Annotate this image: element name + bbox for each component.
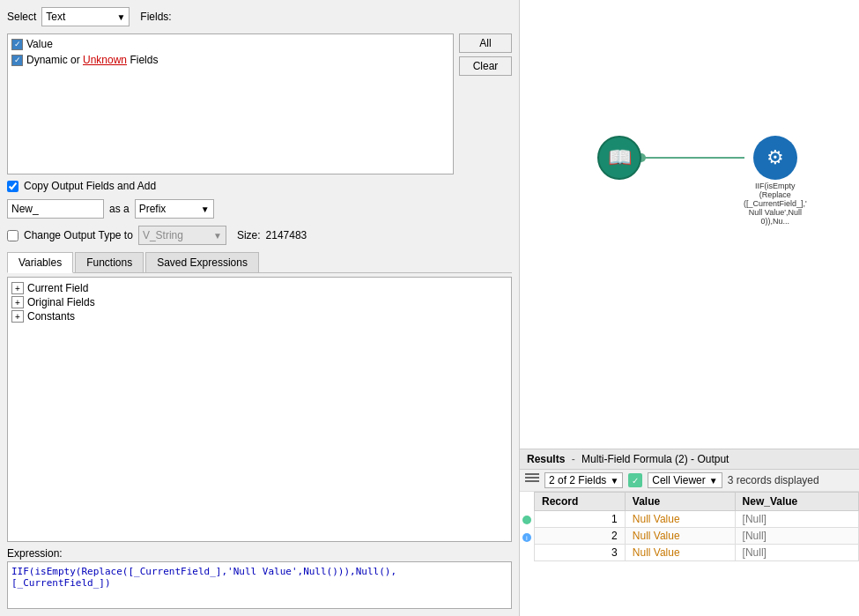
col-record: Record: [535, 493, 626, 511]
results-title: Results - Multi-Field Formula (2) - Outp…: [527, 453, 729, 465]
prefix-chevron-icon: ▼: [201, 204, 210, 214]
node-formula[interactable]: ⚙ IIF(isEmpty(Replace([_CurrentField_],'…: [744, 136, 807, 226]
results-header: Results - Multi-Field Formula (2) - Outp…: [520, 449, 859, 470]
dynamic-field-label: Dynamic or Unknown Fields: [26, 54, 158, 66]
prefix-input[interactable]: [7, 199, 104, 219]
dynamic-checkbox[interactable]: [11, 55, 23, 66]
variables-tree: + Current Field + Original Fields + Cons…: [7, 277, 512, 542]
results-table: Record Value New_Value 1 Null Value [Nul…: [534, 492, 859, 561]
fields-list: Value Dynamic or Unknown Fields: [7, 33, 454, 174]
results-title-bold: Results: [527, 453, 565, 465]
size-value: 2147483: [266, 229, 307, 241]
records-count: 3 records displayed: [728, 474, 819, 486]
results-panel: Results - Multi-Field Formula (2) - Outp…: [520, 449, 859, 616]
tree-original-fields[interactable]: + Original Fields: [11, 295, 507, 309]
type-value: V_String: [143, 229, 183, 241]
node-input-icon: 📖: [608, 146, 632, 169]
col-new-value: New_Value: [735, 493, 858, 511]
cell-new-value-1: [Null]: [735, 511, 858, 528]
change-output-checkbox[interactable]: [7, 230, 19, 241]
copy-output-row: Copy Output Fields and Add: [7, 180, 512, 192]
copy-output-label: Copy Output Fields and Add: [24, 180, 156, 192]
table-header-row: Record Value New_Value: [535, 493, 859, 511]
value-checkbox[interactable]: [11, 39, 23, 50]
prefix-row: as a Prefix ▼: [7, 199, 512, 219]
cell-viewer-chevron-icon: ▼: [709, 476, 718, 486]
tab-variables[interactable]: Variables: [7, 252, 73, 273]
col-value: Value: [625, 493, 735, 511]
indicator-info: i: [520, 529, 534, 546]
size-label: Size:: [237, 229, 261, 241]
current-field-label: Current Field: [27, 282, 88, 294]
expand-constants-icon[interactable]: +: [11, 310, 24, 323]
tree-constants[interactable]: + Constants: [11, 309, 507, 323]
fields-buttons: All Clear: [459, 33, 512, 174]
value-field-label: Value: [26, 38, 53, 50]
fields-label: Fields:: [140, 11, 171, 23]
table-row: 2 Null Value [Null]: [535, 528, 859, 545]
tabs-row: Variables Functions Saved Expressions: [7, 252, 512, 273]
select-label: Select: [7, 11, 36, 23]
left-panel: Select Text ▼ Fields: Value Dynamic or U…: [0, 0, 520, 616]
change-output-row: Change Output Type to V_String ▼ Size: 2…: [7, 226, 512, 245]
change-output-label: Change Output Type to: [24, 229, 133, 241]
canvas-area: 📖 ⚙ IIF(isEmpty(Replace([_CurrentField_]…: [520, 0, 859, 449]
results-toolbar: 2 of 2 Fields ▼ ✓ Cell Viewer ▼ 3 record…: [520, 470, 859, 492]
type-dropdown[interactable]: V_String ▼: [138, 226, 226, 245]
indicator-green: [520, 511, 534, 529]
table-row: 3 Null Value [Null]: [535, 545, 859, 561]
expand-original-fields-icon[interactable]: +: [11, 296, 24, 308]
clear-button[interactable]: Clear: [459, 56, 512, 76]
fields-selector-label: 2 of 2 Fields: [549, 474, 606, 486]
copy-output-checkbox[interactable]: [7, 181, 19, 192]
select-value: Text: [46, 11, 65, 23]
node-formula-label: IIF(isEmpty(Replace([_CurrentField_],'Nu…: [744, 182, 807, 226]
node-formula-icon: ⚙: [766, 146, 784, 169]
cell-viewer[interactable]: Cell Viewer ▼: [648, 472, 722, 488]
expression-box[interactable]: IIF(isEmpty(Replace([_CurrentField_],'Nu…: [7, 561, 512, 609]
results-subtitle: Multi-Field Formula (2) - Output: [581, 453, 729, 465]
prefix-value: Prefix: [139, 203, 167, 215]
fields-selector[interactable]: 2 of 2 Fields ▼: [544, 472, 623, 488]
select-dropdown[interactable]: Text ▼: [41, 7, 130, 26]
original-fields-label: Original Fields: [27, 296, 95, 308]
select-row: Select Text ▼ Fields:: [7, 7, 512, 26]
select-chevron-icon: ▼: [116, 12, 125, 22]
expression-section: Expression: IIF(isEmpty(Replace([_Curren…: [7, 547, 512, 609]
expression-label: Expression:: [7, 547, 512, 560]
node-input[interactable]: 📖: [597, 136, 641, 180]
cell-value-1: Null Value: [625, 511, 735, 528]
cell-value-3: Null Value: [625, 545, 735, 561]
grid-icon[interactable]: [525, 473, 539, 487]
tree-current-field[interactable]: + Current Field: [11, 281, 507, 295]
checkmark-icon[interactable]: ✓: [628, 473, 642, 487]
prefix-dropdown[interactable]: Prefix ▼: [135, 199, 214, 219]
node-input-circle: 📖: [597, 136, 641, 180]
cell-record-2: 2: [535, 528, 626, 545]
cell-record-3: 3: [535, 545, 626, 561]
type-chevron-icon: ▼: [213, 231, 222, 241]
as-a-label: as a: [109, 203, 130, 215]
expand-current-field-icon[interactable]: +: [11, 282, 24, 294]
field-value-item[interactable]: Value: [11, 38, 449, 50]
cell-value-2: Null Value: [625, 528, 735, 545]
constants-label: Constants: [27, 310, 75, 323]
fields-box-container: Value Dynamic or Unknown Fields All Clea…: [7, 33, 512, 174]
cell-new-value-2: [Null]: [735, 528, 858, 545]
cell-new-value-3: [Null]: [735, 545, 858, 561]
fields-selector-chevron-icon: ▼: [610, 476, 618, 486]
field-dynamic-item[interactable]: Dynamic or Unknown Fields: [11, 54, 449, 66]
node-formula-circle: ⚙: [753, 136, 797, 180]
right-panel: 📖 ⚙ IIF(isEmpty(Replace([_CurrentField_]…: [520, 0, 859, 616]
tab-functions[interactable]: Functions: [75, 252, 144, 272]
all-button[interactable]: All: [459, 33, 512, 53]
cell-viewer-label: Cell Viewer: [652, 474, 705, 486]
results-table-container: i Record Value New_Value 1 Null Value [N…: [520, 492, 859, 616]
tab-saved-expressions[interactable]: Saved Expressions: [145, 252, 259, 272]
cell-record-1: 1: [535, 511, 626, 528]
table-row: 1 Null Value [Null]: [535, 511, 859, 528]
